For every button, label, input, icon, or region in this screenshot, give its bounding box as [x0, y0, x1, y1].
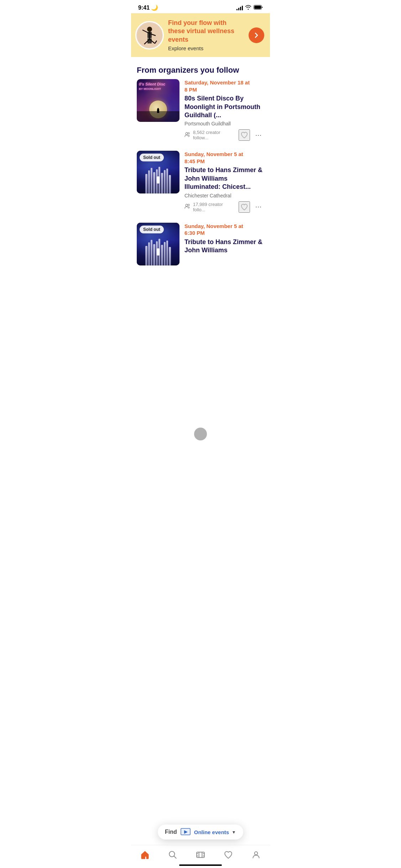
banner-text: Find your flow with these virtual wellne…	[168, 19, 244, 51]
banner-subtitle[interactable]: Explore events	[168, 45, 244, 51]
sold-out-badge: Sold out	[140, 154, 164, 161]
event-name: Tribute to Hans Zimmer & John Williams I…	[184, 166, 264, 191]
event-meta: 17,989 creator follo... ···	[184, 201, 264, 213]
event-info: Saturday, November 18 at8 PM 80s Silent …	[184, 79, 264, 141]
more-options-button[interactable]: ···	[253, 201, 264, 213]
svg-rect-10	[147, 32, 152, 38]
svg-point-13	[186, 133, 188, 135]
followers-icon	[184, 132, 190, 139]
event-info: Sunday, November 5 at8:45 PM Tribute to …	[184, 151, 264, 212]
sold-out-badge: Sold out	[140, 226, 164, 233]
followers-count: 8,562 creator follow...	[193, 130, 236, 140]
status-bar: 9:41 🌙	[131, 0, 270, 13]
event-thumbnail: Sold out	[137, 151, 179, 193]
svg-point-16	[188, 204, 189, 206]
svg-point-14	[188, 133, 189, 134]
signal-icon	[236, 5, 243, 10]
like-button[interactable]	[239, 201, 250, 213]
event-item[interactable]: 0's Silent DiscBY MOONLIGHT Saturday, No…	[137, 79, 264, 141]
followers-count: 17,989 creator follo...	[193, 202, 236, 212]
event-venue: Portsmouth Guildhall	[184, 121, 264, 126]
moon-icon: 🌙	[151, 5, 158, 11]
event-thumbnail: 0's Silent DiscBY MOONLIGHT	[137, 79, 179, 122]
event-date: Saturday, November 18 at8 PM	[184, 79, 264, 93]
event-name: Tribute to Hans Zimmer & John Williams	[184, 238, 264, 255]
svg-rect-12	[150, 38, 152, 43]
wifi-icon	[245, 5, 251, 11]
event-thumbnail: Sold out	[137, 223, 179, 265]
svg-point-3	[147, 27, 152, 32]
event-date: Sunday, November 5 at8:45 PM	[184, 151, 264, 165]
event-meta: 8,562 creator follow... ···	[184, 129, 264, 141]
followers-icon	[184, 203, 190, 210]
banner-title: Find your flow with these virtual wellne…	[168, 19, 244, 44]
section-title: From organizers you follow	[131, 57, 270, 79]
svg-rect-1	[254, 6, 261, 9]
svg-rect-11	[147, 38, 150, 43]
like-button[interactable]	[239, 129, 250, 141]
event-venue: Chichester Cathedral	[184, 193, 264, 198]
event-item[interactable]: Sold out Sunday, November 5 at6:30 PM Tr…	[137, 223, 264, 265]
status-icons	[236, 5, 263, 11]
svg-point-15	[186, 204, 188, 206]
banner-avatar	[135, 21, 164, 50]
event-date: Sunday, November 5 at6:30 PM	[184, 223, 264, 237]
banner-arrow-button[interactable]	[249, 27, 264, 43]
status-time: 9:41 🌙	[138, 4, 158, 11]
event-info: Sunday, November 5 at6:30 PM Tribute to …	[184, 223, 264, 256]
battery-icon	[254, 5, 263, 11]
more-options-button[interactable]: ···	[253, 129, 264, 141]
event-name: 80s Silent Disco By Moonlight in Portsmo…	[184, 94, 264, 119]
event-item[interactable]: Sold out Sunday, November 5 at8:45 PM Tr…	[137, 151, 264, 212]
events-list: 0's Silent DiscBY MOONLIGHT Saturday, No…	[131, 79, 270, 265]
wellness-banner[interactable]: Find your flow with these virtual wellne…	[131, 13, 270, 57]
